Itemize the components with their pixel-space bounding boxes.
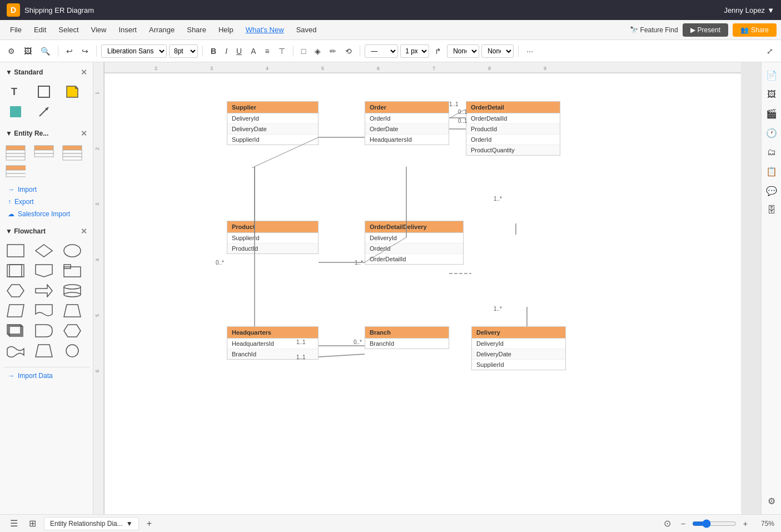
- menu-view[interactable]: View: [86, 23, 112, 36]
- entity-re-close-button[interactable]: ✕: [81, 129, 87, 138]
- arrow-shape[interactable]: [34, 103, 54, 120]
- zoom-in-btn[interactable]: +: [741, 519, 750, 528]
- order-table[interactable]: Order OrderId OrderDate HeadquartersId: [365, 101, 449, 145]
- fc-delay[interactable]: [34, 322, 54, 339]
- menu-arrange[interactable]: Arrange: [143, 23, 180, 36]
- product-table[interactable]: Product SupplierId ProductId: [227, 221, 319, 254]
- text-shape[interactable]: T: [6, 83, 26, 100]
- right-panel-doc-btn[interactable]: 📋: [763, 163, 780, 180]
- menu-select[interactable]: Select: [53, 23, 84, 36]
- right-panel-image-btn[interactable]: 🖼: [764, 86, 779, 103]
- import-data-link[interactable]: → Import Data: [3, 367, 89, 382]
- user-chevron[interactable]: ▼: [767, 6, 774, 14]
- share-button[interactable]: 👥 Share: [733, 23, 777, 37]
- order-detail-delivery-table[interactable]: OrderDetailDelivery DeliveryId OrderId O…: [365, 221, 464, 265]
- filled-rect-shape[interactable]: [6, 103, 26, 120]
- supplier-table[interactable]: Supplier DeliveryId DeliveryDate Supplie…: [227, 101, 319, 145]
- er-table3-shape[interactable]: [62, 145, 82, 161]
- fc-circle[interactable]: [62, 342, 82, 359]
- menu-insert[interactable]: Insert: [113, 23, 142, 36]
- font-family-select[interactable]: Liberation Sans: [101, 44, 167, 58]
- fc-hexagon[interactable]: [6, 282, 26, 299]
- standard-close-button[interactable]: ✕: [81, 68, 87, 77]
- fc-rect2[interactable]: [6, 262, 26, 279]
- font-size-select[interactable]: 8pt: [169, 44, 198, 58]
- align-button[interactable]: ≡: [261, 44, 272, 58]
- fc-multi-doc[interactable]: [6, 322, 26, 339]
- fc-trapezoid[interactable]: [34, 342, 54, 359]
- right-panel-media-btn[interactable]: 🎬: [763, 105, 780, 122]
- italic-button[interactable]: I: [222, 44, 231, 58]
- er-table4-shape[interactable]: [6, 165, 26, 181]
- er-table2-shape[interactable]: [34, 145, 54, 161]
- right-panel-time-btn[interactable]: 🕐: [763, 125, 780, 142]
- salesforce-link[interactable]: ☁ Salesforce Import: [3, 208, 89, 220]
- stroke-button[interactable]: ✏: [326, 44, 340, 58]
- fc-arrow-right[interactable]: [34, 282, 54, 299]
- fullscreen-button[interactable]: ⤢: [763, 44, 777, 58]
- fc-doc[interactable]: [34, 302, 54, 319]
- redo-button[interactable]: ↪: [78, 44, 92, 58]
- menu-whats-new[interactable]: What's New: [240, 23, 290, 36]
- end-arrow-select[interactable]: None: [481, 44, 514, 58]
- delivery-table[interactable]: Delivery DeliveryId DeliveryDate Supplie…: [471, 326, 566, 370]
- fc-cylinder[interactable]: [62, 282, 82, 299]
- menu-saved[interactable]: Saved: [291, 23, 322, 36]
- branch-table[interactable]: Branch BranchId: [365, 326, 449, 349]
- right-panel-format-btn[interactable]: 📄: [763, 67, 780, 84]
- fc-oval[interactable]: [62, 242, 82, 259]
- search-button[interactable]: 🔍: [37, 44, 53, 58]
- fc-pentagon[interactable]: [34, 262, 54, 279]
- line-style-select[interactable]: —: [365, 44, 398, 58]
- app-logo[interactable]: D: [7, 3, 20, 17]
- fc-tab[interactable]: [62, 262, 82, 279]
- import-link[interactable]: → Import: [3, 183, 89, 196]
- start-arrow-select[interactable]: None: [447, 44, 479, 58]
- waypoint-button[interactable]: ↱: [431, 44, 445, 58]
- menu-share[interactable]: Share: [181, 23, 212, 36]
- rect-shape[interactable]: [34, 83, 54, 100]
- right-panel-settings-btn[interactable]: ⚙: [764, 493, 779, 510]
- order-detail-table[interactable]: OrderDetail OrderDetailId ProductId Orde…: [466, 101, 560, 156]
- fc-manual[interactable]: [62, 302, 82, 319]
- right-panel-layers-btn[interactable]: 🗂: [764, 144, 779, 161]
- valign-button[interactable]: ⊤: [275, 44, 288, 58]
- feature-find-button[interactable]: 🔭 Feature Find: [630, 26, 678, 34]
- grid-view-btn[interactable]: ⊞: [26, 517, 39, 530]
- image-button[interactable]: 🖼: [21, 44, 35, 58]
- export-link[interactable]: ↑ Export: [3, 196, 89, 208]
- shape-button[interactable]: □: [298, 44, 309, 58]
- menu-file[interactable]: File: [4, 23, 27, 36]
- zoom-slider[interactable]: [692, 519, 737, 528]
- zoom-out-btn[interactable]: −: [679, 519, 688, 528]
- fc-diamond[interactable]: [34, 242, 54, 259]
- more-button[interactable]: ···: [523, 44, 536, 58]
- diagram-tab[interactable]: Entity Relationship Dia... ▼: [44, 517, 139, 530]
- supplier-row-1: DeliveryId: [227, 113, 318, 124]
- settings-button[interactable]: ⚙: [4, 44, 18, 58]
- right-panel-comment-btn[interactable]: 💬: [763, 182, 780, 200]
- present-button[interactable]: ▶ Present: [683, 23, 728, 37]
- menu-edit[interactable]: Edit: [28, 23, 52, 36]
- fc-loop[interactable]: [62, 322, 82, 339]
- list-view-btn[interactable]: ☰: [7, 517, 21, 530]
- canvas-area[interactable]: 1 2 3 4 5 6 7 8 9 1 2 3 4 5 6: [93, 62, 761, 514]
- fc-rect[interactable]: [6, 242, 26, 259]
- underline-button[interactable]: U: [233, 44, 245, 58]
- undo-button[interactable]: ↩: [63, 44, 76, 58]
- note-shape[interactable]: [62, 83, 82, 100]
- bold-button[interactable]: B: [207, 44, 220, 58]
- flowchart-close-button[interactable]: ✕: [81, 227, 87, 236]
- canvas[interactable]: Supplier DeliveryId DeliveryDate Supplie…: [105, 73, 741, 514]
- line-width-select[interactable]: 1 px: [400, 44, 429, 58]
- right-panel-db-btn[interactable]: 🗄: [764, 202, 779, 218]
- menu-help[interactable]: Help: [213, 23, 239, 36]
- er-table1-shape[interactable]: [6, 145, 26, 161]
- fill-button[interactable]: ◈: [311, 44, 324, 58]
- fc-wave[interactable]: [6, 342, 26, 359]
- connector-button[interactable]: ⟲: [342, 44, 355, 58]
- compass-btn[interactable]: ⊙: [660, 517, 674, 530]
- add-tab-btn[interactable]: +: [143, 518, 155, 530]
- font-color-button[interactable]: A: [247, 44, 259, 58]
- fc-para[interactable]: [6, 302, 26, 319]
